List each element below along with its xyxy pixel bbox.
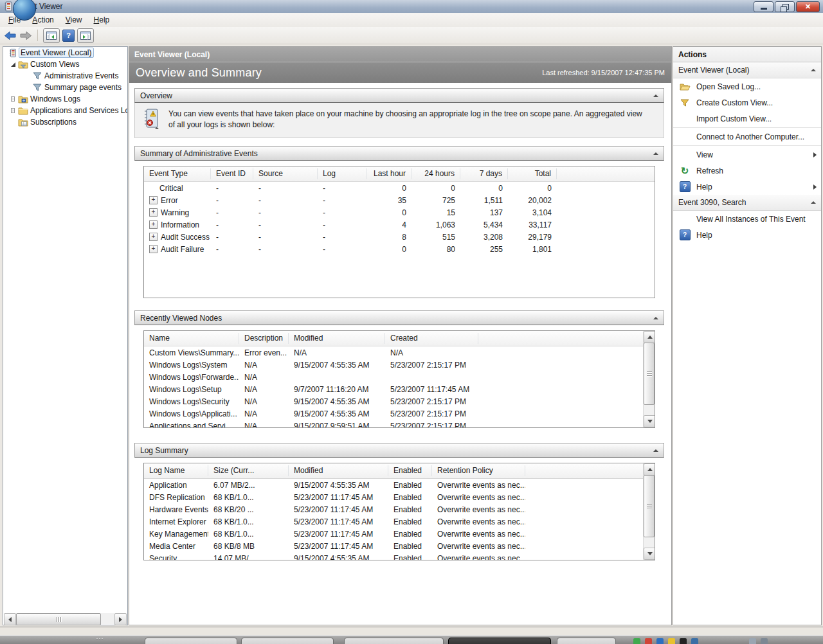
restore-button[interactable]	[775, 1, 795, 12]
tree-item-custom-views[interactable]: Custom Views	[3, 58, 127, 70]
expand-icon[interactable]	[149, 196, 158, 204]
action-open-saved-log[interactable]: Open Saved Log...	[673, 78, 821, 94]
column-header[interactable]: Size (Curr...	[208, 465, 289, 476]
column-header[interactable]: Modified	[289, 465, 388, 476]
vertical-scrollbar[interactable]	[643, 463, 655, 560]
column-header[interactable]: 24 hours	[412, 168, 460, 179]
show-console-tree-button[interactable]	[43, 28, 60, 43]
tree-item-administrative-events[interactable]: Administrative Events	[3, 70, 127, 82]
collapse-icon[interactable]	[653, 449, 658, 452]
action-create-custom-view[interactable]: Create Custom View...	[673, 94, 821, 111]
column-header[interactable]: Enabled	[388, 465, 432, 476]
collapse-icon[interactable]	[653, 152, 658, 155]
system-tray-extra[interactable]	[749, 638, 768, 644]
column-header[interactable]: Modified	[289, 333, 385, 344]
collapse-icon[interactable]	[653, 317, 658, 319]
scroll-down-button[interactable]	[644, 548, 655, 560]
scrollbar-thumb[interactable]	[16, 613, 101, 625]
column-header[interactable]: Description	[239, 333, 289, 344]
close-button[interactable]: ✕	[796, 1, 820, 12]
table-header[interactable]: Log Name Size (Curr... Modified Enabled …	[144, 463, 655, 479]
scroll-up-button[interactable]	[644, 331, 655, 343]
taskbar-button[interactable]	[241, 638, 334, 644]
taskbar-button-active[interactable]	[448, 638, 551, 644]
overview-section-header[interactable]: Overview	[134, 88, 664, 103]
taskbar[interactable]	[0, 635, 823, 644]
help-toolbar-button[interactable]	[62, 30, 75, 42]
column-header[interactable]: Log Name	[144, 465, 208, 476]
table-row[interactable]: Critical --- 0000	[144, 182, 655, 194]
column-header[interactable]: Source	[253, 168, 318, 179]
taskbar-button[interactable]	[557, 638, 616, 644]
column-header[interactable]: Event ID	[211, 168, 253, 179]
column-header[interactable]: Last hour	[366, 168, 412, 179]
collapsed-arrow-icon[interactable]	[8, 108, 17, 113]
column-header[interactable]: Name	[144, 333, 239, 344]
column-header[interactable]: Created	[385, 333, 478, 344]
table-row[interactable]: Windows Logs\SystemN/A9/15/2007 4:55:35 …	[144, 359, 655, 371]
table-row[interactable]: Application6.07 MB/2...9/15/2007 4:55:35…	[144, 479, 655, 491]
table-header[interactable]: Name Description Modified Created	[144, 331, 655, 346]
scroll-left-button[interactable]	[4, 613, 16, 625]
tray-icon[interactable]	[668, 638, 675, 644]
collapsed-arrow-icon[interactable]	[8, 96, 17, 102]
table-row[interactable]: Security14.07 MB/...9/15/2007 4:55:35 AM…	[144, 552, 655, 560]
tray-icon[interactable]	[691, 638, 698, 644]
action-import-custom-view[interactable]: Import Custom View...	[673, 111, 821, 127]
taskbar-button[interactable]	[344, 638, 444, 644]
table-row[interactable]: Audit Failure --- 0802551,801	[144, 243, 655, 255]
minimize-button[interactable]	[754, 1, 773, 12]
tray-icon[interactable]	[680, 638, 687, 644]
table-row[interactable]: Windows Logs\SetupN/A9/7/2007 11:16:20 A…	[144, 383, 655, 395]
summary-section-header[interactable]: Summary of Administrative Events	[134, 146, 664, 161]
column-header[interactable]	[478, 333, 655, 344]
table-row[interactable]: Applications and Servi...N/A9/15/2007 9:…	[144, 420, 655, 428]
scrollbar-thumb[interactable]	[644, 475, 655, 537]
expand-icon[interactable]	[149, 208, 158, 217]
action-connect-to-another-computer[interactable]: Connect to Another Computer...	[673, 129, 821, 145]
column-header[interactable]: Total	[508, 168, 557, 179]
column-header[interactable]: 7 days	[460, 168, 508, 179]
tray-icon[interactable]	[656, 638, 664, 644]
tree-item-windows-logs[interactable]: Windows Logs	[3, 93, 127, 105]
column-header[interactable]: Retention Policy	[432, 465, 525, 476]
action-view-all-instances[interactable]: View All Instances of This Event	[673, 211, 821, 227]
table-row[interactable]: Audit Success --- 85153,20829,179	[144, 231, 655, 243]
collapse-icon[interactable]	[811, 201, 816, 204]
action-refresh[interactable]: Refresh	[673, 163, 821, 179]
tray-icon[interactable]	[633, 638, 640, 644]
actions-section-header-event-viewer[interactable]: Event Viewer (Local)	[673, 62, 821, 78]
column-header[interactable]	[525, 465, 655, 476]
table-row[interactable]: Windows Logs\SecurityN/A9/15/2007 4:55:3…	[144, 395, 655, 407]
scroll-down-button[interactable]	[644, 415, 655, 427]
table-row[interactable]: Key Management Service68 KB/1.0...5/23/2…	[144, 528, 655, 540]
actions-section-header-event-3090[interactable]: Event 3090, Search	[673, 195, 821, 211]
table-row[interactable]: Hardware Events68 KB/20 ...5/23/2007 11:…	[144, 503, 655, 515]
scroll-right-button[interactable]	[114, 613, 127, 625]
scrollbar-thumb[interactable]	[644, 343, 655, 405]
scroll-up-button[interactable]	[644, 463, 655, 476]
show-action-pane-button[interactable]	[77, 28, 94, 43]
action-help[interactable]: Help	[673, 179, 821, 195]
back-button[interactable]	[4, 31, 17, 40]
expand-icon[interactable]	[149, 220, 158, 229]
tray-icon[interactable]	[749, 638, 756, 644]
action-help-event[interactable]: Help	[673, 227, 821, 243]
menu-help[interactable]: Help	[88, 13, 116, 26]
system-tray[interactable]	[633, 638, 698, 644]
title-bar[interactable]: Event Viewer ✕	[0, 0, 823, 13]
table-row[interactable]: Error --- 357251,51120,002	[144, 194, 655, 206]
tray-icon[interactable]	[761, 638, 768, 644]
table-row[interactable]: Warning --- 0151373,104	[144, 206, 655, 219]
action-view[interactable]: View	[673, 147, 821, 163]
table-row[interactable]: Information --- 41,0635,43433,117	[144, 219, 655, 231]
expand-icon[interactable]	[149, 233, 158, 241]
tree-item-applications-and-services[interactable]: Applications and Services Lo	[3, 105, 127, 116]
tray-icon[interactable]	[645, 638, 652, 644]
column-header[interactable]	[557, 168, 655, 179]
expanded-arrow-icon[interactable]	[8, 62, 17, 67]
tree-item-summary-page-events[interactable]: Summary page events	[3, 82, 127, 93]
column-header[interactable]: Event Type	[144, 168, 211, 179]
table-row[interactable]: Windows Logs\Forwarde...N/A	[144, 371, 655, 383]
collapse-icon[interactable]	[653, 94, 658, 97]
